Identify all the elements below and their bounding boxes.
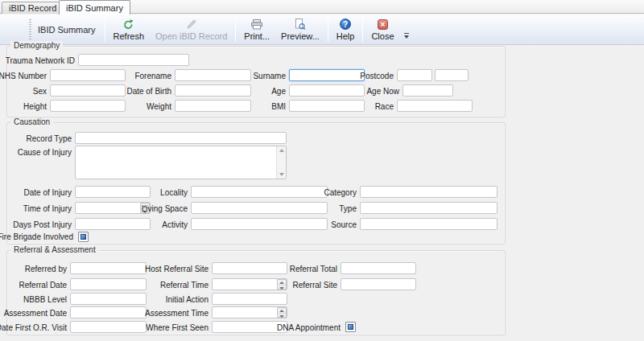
date-of-birth-input[interactable] — [175, 84, 251, 97]
days-post-injury-label: Days Post Injury — [13, 219, 72, 231]
nbbb-level-input[interactable] — [70, 293, 147, 305]
source-label: Source — [331, 219, 357, 231]
activity-label: Activity — [162, 219, 188, 231]
source-input[interactable] — [360, 218, 497, 230]
tab-bar: iBID Record Type iBID Summary — [0, 0, 644, 14]
height-input[interactable] — [50, 100, 126, 112]
referred-by-input[interactable] — [70, 262, 147, 274]
preview-button[interactable]: Preview... — [275, 14, 325, 44]
sex-input[interactable] — [50, 84, 126, 97]
race-label: Race — [375, 101, 394, 113]
trauma-network-id-input[interactable] — [78, 54, 189, 66]
help-label: Help — [336, 31, 355, 41]
trauma-network-id-label: Trauma Network ID — [6, 55, 75, 67]
host-referral-site-input[interactable] — [212, 262, 287, 274]
age-input[interactable] — [289, 84, 365, 97]
sex-label: Sex — [33, 85, 47, 97]
host-referral-site-label: Host Referral Site — [145, 263, 208, 275]
category-input[interactable] — [360, 186, 497, 198]
pencil-icon — [186, 18, 197, 31]
race-input[interactable] — [397, 100, 473, 112]
record-type-input[interactable] — [75, 132, 287, 144]
where-first-seen-label: Where First Seen — [146, 322, 208, 334]
bmi-label: BMI — [271, 101, 286, 113]
fire-brigade-involved-label: Fire Brigade Involved — [0, 231, 73, 243]
refresh-button[interactable]: Refresh — [108, 14, 151, 44]
initial-action-label: Initial Action — [166, 294, 208, 306]
surname-input[interactable] — [289, 69, 365, 81]
checkbox-fill — [80, 234, 86, 240]
postcode-inward-input[interactable] — [435, 69, 469, 81]
toolbar-separator — [105, 18, 105, 42]
initial-action-input[interactable] — [212, 293, 287, 305]
toolbar-grip[interactable] — [29, 19, 31, 40]
assessment-date-label: Assessment Date — [4, 307, 67, 319]
referral-time-input[interactable] — [212, 278, 287, 290]
referral-site-label: Referral Site — [292, 279, 337, 291]
age-now-input[interactable] — [402, 84, 453, 97]
postcode-outward-input[interactable] — [397, 69, 432, 81]
date-of-injury-label: Date of Injury — [24, 187, 72, 199]
type-input[interactable] — [360, 202, 497, 214]
toolbar-overflow-button[interactable] — [402, 33, 411, 39]
living-space-input[interactable] — [191, 202, 328, 214]
locality-input[interactable] — [191, 186, 328, 198]
category-label: Category — [324, 187, 357, 199]
refresh-icon — [122, 18, 134, 31]
print-button[interactable]: Print... — [238, 14, 275, 44]
dna-appointment-checkbox[interactable] — [345, 322, 356, 332]
date-first-or-visit-input[interactable] — [70, 321, 147, 333]
where-first-seen-input[interactable] — [212, 321, 287, 333]
close-label: Close — [371, 31, 394, 41]
open-ibid-record-label: Open iBID Record — [155, 31, 227, 41]
date-of-birth-label: Date of Birth — [126, 85, 171, 97]
nbbb-level-label: NBBB Level — [23, 294, 67, 306]
demography-title: Demography — [10, 41, 63, 50]
spin-down-icon[interactable] — [279, 287, 284, 290]
date-first-or-visit-label: Date First O.R. Visit — [0, 322, 67, 334]
referral-time-spinner[interactable] — [277, 279, 287, 290]
scrollbar[interactable] — [276, 146, 286, 179]
assessment-date-input[interactable] — [70, 306, 147, 318]
dna-appointment-label: DNA Appointment — [277, 322, 341, 334]
toolbar-separator — [235, 18, 236, 42]
overflow-bar — [404, 33, 409, 34]
scroll-down-icon[interactable] — [279, 173, 284, 176]
referral-date-input[interactable] — [70, 278, 147, 290]
date-of-injury-input[interactable] — [75, 186, 151, 198]
toolbar-separator — [328, 18, 328, 42]
postcode-label: Postcode — [360, 70, 394, 82]
fire-brigade-involved-checkbox[interactable] — [78, 232, 89, 242]
spin-down-icon[interactable] — [279, 315, 284, 318]
record-type-label: Record Type — [26, 133, 72, 145]
help-button[interactable]: ? Help — [331, 14, 361, 44]
referral-total-input[interactable] — [341, 262, 416, 274]
printer-icon — [250, 18, 263, 31]
referral-time-label: Referral Time — [160, 279, 208, 291]
tab-ibid-summary[interactable]: iBID Summary — [59, 0, 130, 14]
referral-site-input[interactable] — [341, 278, 416, 290]
activity-input[interactable] — [191, 218, 328, 230]
weight-label: Weight — [147, 101, 171, 113]
ibid-summary-window: iBID Record Type iBID Summary IBID Summa… — [0, 0, 644, 341]
weight-input[interactable] — [175, 100, 251, 112]
close-button[interactable]: × Close — [365, 14, 399, 44]
forename-input[interactable] — [175, 69, 251, 81]
preview-label: Preview... — [281, 31, 320, 41]
assessment-time-input[interactable] — [212, 306, 287, 318]
locality-label: Locality — [160, 187, 188, 199]
causation-title: Causation — [10, 117, 53, 126]
scroll-up-icon[interactable] — [279, 149, 284, 152]
cause-of-injury-label: Cause of Injury — [18, 146, 72, 158]
preview-icon — [294, 18, 306, 31]
cause-of-injury-textarea[interactable] — [75, 146, 287, 179]
open-ibid-record-button[interactable]: Open iBID Record — [150, 14, 233, 44]
days-post-injury-input[interactable] — [75, 218, 151, 230]
time-of-injury-input[interactable] — [75, 202, 151, 214]
nhs-number-label: NHS Number — [0, 70, 47, 82]
assessment-time-spinner[interactable] — [277, 307, 287, 318]
nhs-number-input[interactable] — [50, 69, 126, 81]
bmi-input[interactable] — [289, 100, 365, 112]
refresh-label: Refresh — [114, 31, 145, 41]
type-label: Type — [339, 203, 357, 215]
